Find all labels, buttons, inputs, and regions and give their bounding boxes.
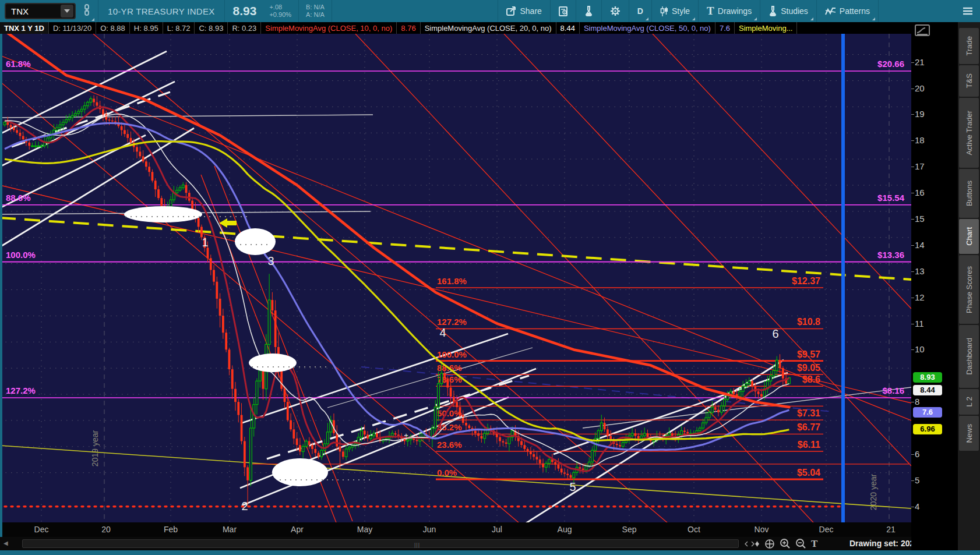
axis-tick	[911, 89, 914, 89]
symbol-input[interactable]: TNX	[5, 3, 76, 19]
time-tick-label: Aug	[558, 525, 572, 534]
flask-icon	[769, 6, 777, 16]
symbol-dropdown-button[interactable]	[61, 5, 73, 17]
chart-scrollbar[interactable]: |||	[22, 539, 739, 548]
fib-price-label: $9.57	[797, 349, 820, 359]
price-badge: 7.6	[913, 407, 942, 418]
study-label: SimpleMovingAvg (CLOSE, 20, 0, no)	[421, 22, 556, 34]
link-icon[interactable]	[83, 4, 91, 18]
axis-tick	[911, 298, 914, 298]
drawings-button[interactable]: T Drawings	[700, 0, 759, 22]
highlight-ellipse	[235, 228, 276, 255]
fib-price-label: $10.8	[797, 317, 820, 327]
menu-button[interactable]	[956, 0, 980, 22]
scrollbar-grip[interactable]: |||	[414, 542, 420, 548]
sidebar-tab-phase-scores[interactable]: Phase Scores	[959, 255, 979, 324]
fib-price-label: $6.11	[798, 440, 820, 450]
notes-button[interactable]	[552, 0, 574, 22]
settings-button[interactable]	[603, 0, 628, 22]
axis-tick	[911, 454, 914, 455]
chart-canvas[interactable]: 2019 year2020 year61.8%$20.6688.6%$15.54…	[0, 34, 911, 522]
chevron-down-icon	[64, 9, 70, 13]
axis-tick	[911, 62, 914, 63]
ohlc-field: O: 8.88	[96, 22, 130, 34]
price-tick-label: 13	[915, 266, 925, 276]
sidebar-tab-chart[interactable]: Chart	[959, 219, 979, 254]
time-tick-label: Jul	[492, 525, 502, 534]
quick-study-button[interactable]	[577, 0, 600, 22]
wave-label: 4	[439, 326, 446, 339]
chart-header-row: TNX 1 Y 1DD: 11/13/20O: 8.88H: 8.95L: 8.…	[0, 22, 980, 34]
fib-pct-label: 23.6%	[437, 440, 462, 450]
study-label: SimpleMovingAvg (CLOSE, 50, 0, no)	[580, 22, 715, 34]
price-badge: 8.93	[913, 372, 942, 383]
patterns-button[interactable]: Patterns	[818, 0, 877, 22]
study-label: SimpleMoving...	[735, 22, 797, 34]
sidebar-gadget-tabs: TradeT&SActive TraderButtonsChartPhase S…	[958, 22, 980, 550]
fib-price-label: $7.31	[797, 408, 820, 418]
price-tick-label: 19	[915, 109, 925, 119]
sidebar-tab-l-2[interactable]: L 2	[959, 389, 979, 415]
wave-label: 1	[202, 236, 208, 249]
time-tick-label: Apr	[291, 525, 304, 534]
price-tick-label: 6	[915, 449, 919, 459]
fib-price-label: $8.16	[882, 386, 904, 395]
price-tick-label: 18	[915, 135, 925, 145]
fit-zoom-icon[interactable]	[764, 539, 775, 549]
study-label: SimpleMovingAvg (CLOSE, 10, 0, no)	[261, 22, 397, 34]
highlight-ellipse	[124, 206, 202, 222]
symbol-description: 10-YR TREASURY INDEX	[100, 6, 223, 16]
bottom-bar: ◀ ||| T Drawing set: 2020-0924	[0, 537, 980, 550]
price-tick-label: 12	[915, 292, 925, 302]
sidebar-tab-t-s[interactable]: T&S	[959, 65, 979, 97]
highlight-ellipse	[249, 353, 297, 372]
ohlc-field: C: 8.93	[195, 22, 228, 34]
wave-label: 6	[772, 327, 778, 340]
time-tick-label: Mar	[223, 525, 237, 534]
ohlc-field: D: 11/13/20	[49, 22, 96, 34]
note-icon	[559, 6, 567, 16]
wave-label: 3	[267, 254, 274, 267]
fib-pct-label: 161.8%	[437, 276, 467, 286]
axis-tick	[911, 219, 914, 220]
time-tick-label: Nov	[755, 525, 769, 534]
time-tick-label: Feb	[164, 525, 178, 534]
fib-price-label: $15.54	[877, 193, 905, 203]
sidebar-tab-buttons[interactable]: Buttons	[959, 169, 979, 218]
sma-200-line	[5, 34, 789, 407]
sidebar-tab-news[interactable]: News	[959, 416, 979, 451]
chart-plot-area[interactable]: 2019 year2020 year61.8%$20.6688.6%$15.54…	[0, 34, 911, 522]
time-axis[interactable]: Dec20FebMarAprMayJunJulAugSepOctNovDec21	[0, 522, 911, 537]
sidebar-tab-dashboard[interactable]: Dashboard	[959, 325, 979, 388]
fib-price-label: $8.6	[802, 374, 820, 384]
chart-title: TNX 1 Y 1D	[0, 22, 49, 34]
pattern-icon	[825, 7, 836, 16]
timeframe-button[interactable]: D	[630, 0, 650, 22]
time-tick-label: 20	[101, 525, 111, 534]
highlight-ellipse	[272, 458, 328, 486]
sidebar-tab-active-trader[interactable]: Active Trader	[959, 98, 979, 168]
gear-icon	[610, 6, 621, 16]
share-button[interactable]: Share	[499, 0, 549, 22]
text-tool-icon[interactable]: T	[811, 538, 817, 550]
fib-pct-label: 0.0%	[437, 468, 457, 478]
price-tick-label: 11	[915, 319, 924, 328]
thinkorswim-chart-window: TNX 10-YR TREASURY INDEX 8.93 +.08+0.90%…	[0, 0, 980, 555]
price-badge: 8.44	[913, 385, 942, 395]
axis-tick	[911, 167, 914, 167]
axis-tick	[911, 480, 914, 481]
style-button[interactable]: Style	[653, 0, 697, 22]
scroll-left-arrow-icon[interactable]: ◀	[3, 540, 8, 546]
year-label: 2019 year	[90, 430, 100, 467]
fib-pct-label: 88.6%	[6, 193, 31, 203]
sidebar-tab-trade[interactable]: Trade	[959, 28, 979, 64]
zoom-out-icon[interactable]	[795, 538, 806, 549]
chart-mode-icon[interactable]	[915, 24, 930, 36]
time-tick-label: May	[357, 525, 372, 534]
studies-button[interactable]: Studies	[762, 0, 815, 22]
bottom-edge-strip	[0, 550, 980, 555]
svg-text:+: +	[404, 432, 408, 440]
zoom-in-icon[interactable]	[780, 538, 791, 549]
last-price: 8.93	[226, 4, 264, 18]
pan-arrows-icon[interactable]	[745, 540, 760, 547]
